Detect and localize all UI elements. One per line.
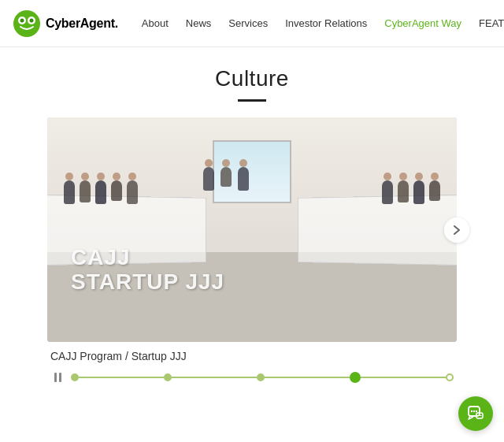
nav-features[interactable]: FEATUReS bbox=[471, 13, 504, 34]
svg-point-4 bbox=[30, 18, 34, 22]
carousel-dot-1[interactable] bbox=[71, 373, 79, 381]
svg-point-3 bbox=[20, 18, 24, 22]
carousel-next-button[interactable] bbox=[444, 217, 469, 243]
svg-point-8 bbox=[471, 410, 472, 412]
carousel-controls bbox=[47, 370, 457, 384]
carousel-dot-3[interactable] bbox=[257, 373, 265, 381]
pause-icon bbox=[54, 373, 61, 382]
page-title: Culture bbox=[13, 66, 491, 91]
table-right bbox=[298, 195, 457, 266]
carousel-dot-2[interactable] bbox=[164, 373, 172, 381]
people-right bbox=[382, 180, 440, 204]
carousel-line-4 bbox=[361, 377, 446, 378]
culture-card[interactable]: CAJJ STARTUP JJJ bbox=[47, 117, 457, 342]
carousel-dot-5[interactable] bbox=[446, 373, 454, 381]
carousel-dot-4[interactable] bbox=[350, 372, 361, 383]
chat-icon bbox=[467, 405, 484, 422]
people-left bbox=[64, 180, 138, 204]
overlay-line1: CAJJ bbox=[71, 246, 224, 270]
carousel-line-3 bbox=[265, 377, 350, 378]
nav-cyberagent-way[interactable]: CyberAgent Way bbox=[376, 13, 469, 34]
nav-about[interactable]: About bbox=[134, 13, 176, 34]
nav-investor-relations[interactable]: Investor Relations bbox=[277, 13, 375, 34]
people-center bbox=[203, 167, 249, 191]
svg-point-9 bbox=[473, 410, 475, 412]
carousel-pause-button[interactable] bbox=[50, 370, 65, 384]
carousel-track bbox=[71, 372, 454, 383]
overlay-line2: STARTUP JJJ bbox=[71, 270, 224, 295]
header: CyberAgent. About News Services Investor… bbox=[0, 0, 504, 47]
floating-chat-button[interactable] bbox=[458, 396, 493, 431]
carousel-line-1 bbox=[79, 377, 164, 378]
card-caption: CAJJ Program / Startup JJJ bbox=[47, 350, 457, 362]
svg-point-0 bbox=[13, 10, 40, 37]
card-overlay-text: CAJJ STARTUP JJJ bbox=[71, 246, 224, 295]
svg-point-10 bbox=[476, 410, 477, 412]
carousel-line-2 bbox=[172, 377, 257, 378]
cyberagent-logo-icon bbox=[13, 9, 41, 38]
nav-services[interactable]: Services bbox=[220, 13, 276, 34]
title-divider bbox=[238, 99, 266, 102]
culture-image: CAJJ STARTUP JJJ bbox=[47, 117, 457, 342]
nav-news[interactable]: News bbox=[178, 13, 220, 34]
logo-text: CyberAgent. bbox=[46, 17, 118, 31]
main-content: Culture bbox=[0, 47, 504, 384]
chevron-right-icon bbox=[453, 225, 461, 236]
main-nav: About News Services Investor Relations C… bbox=[134, 13, 504, 34]
logo[interactable]: CyberAgent. bbox=[13, 9, 118, 38]
